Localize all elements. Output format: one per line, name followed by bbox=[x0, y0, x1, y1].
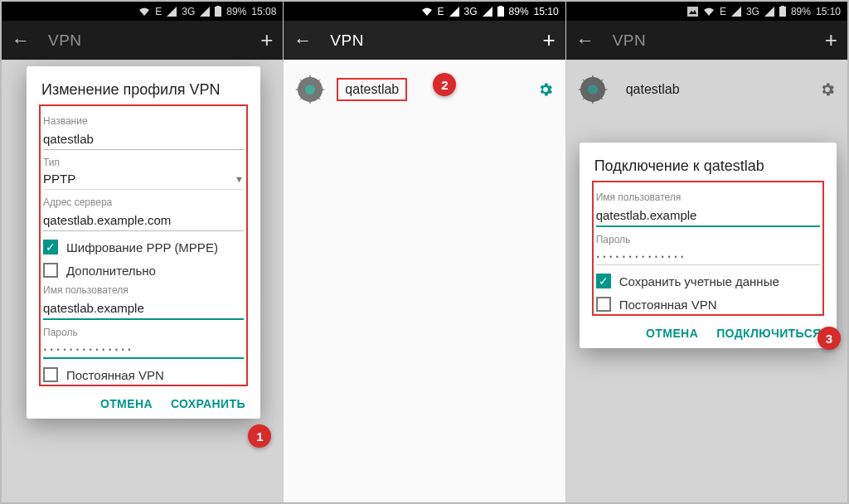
password-label: Пароль bbox=[596, 234, 820, 245]
mppe-checkbox-row[interactable]: ✓ Шифрование PPP (MPPE) bbox=[43, 240, 244, 254]
advanced-label: Дополнительно bbox=[66, 264, 156, 278]
connect-vpn-dialog: Подключение к qatestlab Имя пользователя… bbox=[580, 143, 837, 348]
dialog-title: Подключение к qatestlab bbox=[594, 158, 822, 175]
wifi-icon bbox=[421, 7, 433, 17]
gear-icon bbox=[295, 75, 325, 104]
screenshot-panel-2: E 3G 89% 15:10 ← VPN + qatestlab 2 bbox=[284, 2, 565, 502]
cancel-button[interactable]: ОТМЕНА bbox=[646, 327, 698, 340]
server-label: Адрес сервера bbox=[43, 196, 244, 208]
checkbox-checked-icon: ✓ bbox=[596, 274, 611, 288]
svg-rect-3 bbox=[499, 6, 502, 7]
highlighted-form: Имя пользователя Пароль •••••••••••••• ✓… bbox=[592, 181, 824, 316]
username-input[interactable] bbox=[596, 203, 820, 227]
battery-icon bbox=[497, 6, 504, 17]
chevron-down-icon: ▼ bbox=[235, 174, 244, 184]
save-creds-label: Сохранить учетные данные bbox=[619, 274, 779, 288]
cancel-button[interactable]: ОТМЕНА bbox=[100, 397, 153, 410]
username-label: Имя пользователя bbox=[43, 284, 244, 296]
edit-vpn-dialog: Изменение профиля VPN Название Тип PPTP … bbox=[27, 66, 260, 419]
checkbox-icon bbox=[596, 297, 611, 312]
name-label: Название bbox=[43, 115, 244, 127]
checkbox-icon bbox=[43, 263, 58, 278]
password-input[interactable]: •••••••••••••• bbox=[596, 245, 820, 265]
add-icon[interactable]: + bbox=[542, 27, 555, 53]
password-label: Пароль bbox=[43, 327, 244, 338]
type-select[interactable]: PPTP ▼ bbox=[43, 168, 244, 190]
svg-rect-2 bbox=[497, 7, 504, 17]
username-label: Имя пользователя bbox=[596, 191, 820, 203]
vpn-list: qatestlab bbox=[284, 60, 565, 502]
alwayson-checkbox-row[interactable]: Постоянная VPN bbox=[43, 367, 244, 382]
mppe-label: Шифрование PPP (MPPE) bbox=[66, 240, 218, 254]
vpn-list-item[interactable]: qatestlab bbox=[295, 75, 553, 104]
save-button[interactable]: СОХРАНИТЬ bbox=[171, 397, 245, 410]
checkbox-checked-icon: ✓ bbox=[43, 240, 58, 254]
signal-icon-2 bbox=[483, 7, 492, 17]
server-input[interactable] bbox=[43, 208, 244, 231]
screenshot-panel-3: E 3G 89% 15:10 ← VPN + qatestlab bbox=[566, 2, 847, 502]
settings-icon[interactable] bbox=[537, 81, 554, 98]
highlighted-form: Название Тип PPTP ▼ Адрес сервера ✓ Шифр… bbox=[39, 104, 248, 386]
battery-pct: 89% bbox=[509, 6, 529, 17]
advanced-checkbox-row[interactable]: Дополнительно bbox=[43, 263, 244, 278]
checkbox-icon bbox=[43, 367, 58, 382]
app-bar: ← VPN + bbox=[284, 21, 565, 60]
net-e: E bbox=[438, 6, 444, 17]
net-3g: 3G bbox=[464, 6, 478, 17]
type-value: PPTP bbox=[43, 168, 235, 189]
clock: 15:10 bbox=[534, 6, 559, 17]
back-icon[interactable]: ← bbox=[294, 30, 312, 51]
name-input[interactable] bbox=[43, 127, 244, 150]
vpn-name: qatestlab bbox=[337, 78, 407, 101]
connect-button[interactable]: ПОДКЛЮЧИТЬСЯ bbox=[716, 327, 822, 340]
status-bar: E 3G 89% 15:10 bbox=[284, 2, 565, 21]
signal-icon bbox=[449, 7, 459, 17]
appbar-title: VPN bbox=[330, 32, 524, 50]
dialog-title: Изменение профиля VPN bbox=[41, 81, 245, 99]
screenshot-panel-1: E 3G 89% 15:08 ← VPN + Изменение профиля… bbox=[2, 2, 283, 502]
dialog-actions: ОТМЕНА ПОДКЛЮЧИТЬСЯ bbox=[594, 327, 822, 340]
type-label: Тип bbox=[43, 157, 244, 168]
save-creds-checkbox-row[interactable]: ✓ Сохранить учетные данные bbox=[596, 274, 820, 288]
username-input[interactable] bbox=[43, 296, 244, 320]
alwayson-label: Постоянная VPN bbox=[66, 368, 164, 382]
password-input[interactable]: •••••••••••••• bbox=[43, 338, 244, 359]
alwayson-label: Постоянная VPN bbox=[619, 298, 717, 312]
dialog-actions: ОТМЕНА СОХРАНИТЬ bbox=[41, 397, 245, 410]
alwayson-checkbox-row[interactable]: Постоянная VPN bbox=[596, 297, 820, 312]
annotation-marker-3: 3 bbox=[817, 327, 841, 350]
svg-point-5 bbox=[305, 85, 315, 94]
